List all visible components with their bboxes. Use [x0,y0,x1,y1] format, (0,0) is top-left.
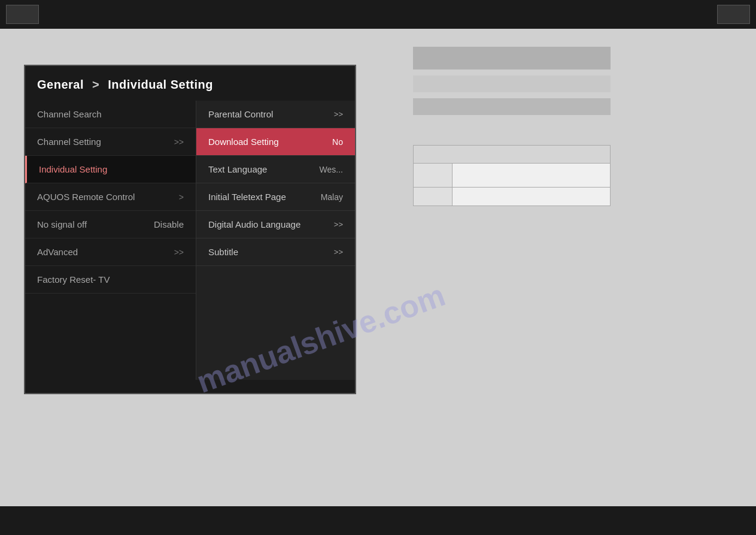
submenu-value: Wes... [320,165,343,174]
sidebar-item-aquos-remote[interactable]: AQUOS Remote Control > [25,183,196,211]
right-panel [395,29,756,506]
right-bar-3 [413,98,611,115]
double-arrow-icon: >> [334,247,343,256]
right-table-row [414,164,610,188]
sidebar-item-factory-reset[interactable]: Factory Reset- TV [25,266,196,294]
submenu-label: Subtitle [208,247,238,257]
submenu-label: Parental Control [208,109,273,119]
submenu-item-download-setting[interactable]: Download Setting No [196,128,355,156]
submenu-item-parental-control[interactable]: Parental Control >> [196,101,355,128]
sidebar-label: Channel Setting [37,137,101,147]
right-table [413,145,611,206]
sidebar-item-advanced[interactable]: AdVanced >> [25,238,196,266]
double-arrow-icon: >> [334,110,343,119]
sidebar-label: Individual Setting [39,164,107,174]
right-table-footer [414,188,610,205]
top-bar-button[interactable] [717,5,750,24]
submenu-label: Initial Teletext Page [208,192,286,202]
arrow-icon: >> [174,247,184,257]
submenu-item-initial-teletext[interactable]: Initial Teletext Page Malay [196,183,355,211]
right-table-header [414,146,610,164]
right-table-footer-right [453,188,610,205]
right-table-cell-left [414,164,453,187]
sidebar-item-channel-setting[interactable]: Channel Setting >> [25,128,196,156]
right-table-footer-left [414,188,453,205]
submenu-label: Download Setting [208,137,279,147]
submenu-label: Text Language [208,164,267,174]
tv-ui-box: General > Individual Setting Channel Sea… [24,65,356,394]
submenu-item-digital-audio[interactable]: Digital Audio Language >> [196,211,355,238]
main-content: General > Individual Setting Channel Sea… [0,29,756,506]
right-bar-1 [413,47,611,69]
arrow-icon: > [179,192,184,202]
double-arrow-icon: >> [334,220,343,229]
right-table-cell-right [453,164,610,187]
breadcrumb-part1: General [37,78,84,91]
sidebar-menu: Channel Search Channel Setting >> Indivi… [25,101,196,380]
sidebar-label: No signal off [37,219,87,229]
breadcrumb-separator: > [92,78,99,91]
arrow-icon: >> [174,137,184,147]
bottom-bar [0,506,756,535]
logo [6,5,39,24]
tv-panel: General > Individual Setting Channel Sea… [0,29,395,506]
top-bar [0,0,756,29]
sidebar-value: Disable [154,219,184,229]
sidebar-item-channel-search[interactable]: Channel Search [25,101,196,128]
submenu-value: No [332,137,343,147]
sidebar-label: AdVanced [37,247,78,257]
sidebar-label: AQUOS Remote Control [37,192,135,202]
submenu-label: Digital Audio Language [208,219,300,229]
sidebar-item-no-signal[interactable]: No signal off Disable [25,211,196,238]
breadcrumb: General > Individual Setting [25,78,355,101]
sidebar-item-individual-setting[interactable]: Individual Setting [25,156,196,183]
submenu-item-text-language[interactable]: Text Language Wes... [196,156,355,183]
submenu: Parental Control >> Download Setting No … [196,101,355,380]
menu-container: Channel Search Channel Setting >> Indivi… [25,101,355,380]
submenu-value: Malay [321,192,343,202]
submenu-item-subtitle[interactable]: Subtitle >> [196,238,355,266]
sidebar-label: Factory Reset- TV [37,274,110,285]
right-bar-2 [413,75,611,92]
breadcrumb-part2: Individual Setting [108,78,213,91]
sidebar-label: Channel Search [37,109,102,119]
